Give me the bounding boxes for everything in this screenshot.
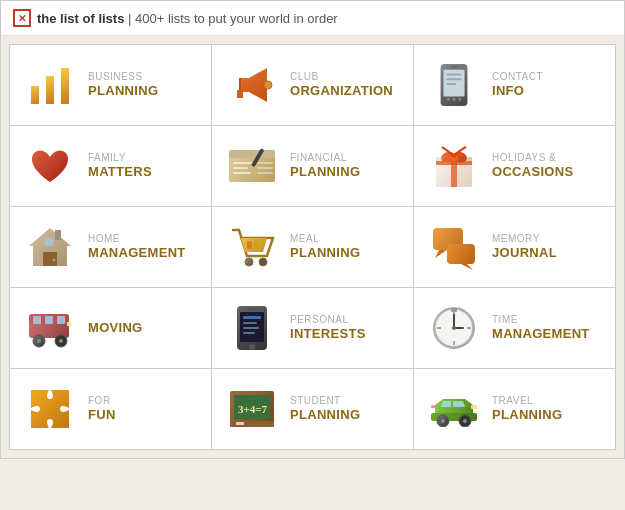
home-management-icon xyxy=(24,221,76,273)
svg-rect-40 xyxy=(55,230,61,240)
cell-memory-journal[interactable]: MEMORY JOURNAL xyxy=(414,207,615,287)
app-container: ✕ the list of lists | 400+ lists to put … xyxy=(0,0,625,459)
cell-club-organization[interactable]: CLUB ORGANIZATION xyxy=(212,45,413,125)
home-management-label: HOME MANAGEMENT xyxy=(88,233,186,261)
cell-personal-interests[interactable]: PERSONAL INTERESTS xyxy=(212,288,413,368)
svg-rect-17 xyxy=(446,74,461,76)
svg-rect-88 xyxy=(471,405,477,409)
header-title-main: the list of lists xyxy=(37,11,124,26)
svg-rect-63 xyxy=(243,322,257,324)
svg-point-15 xyxy=(458,98,461,101)
cell-time-management[interactable]: TIME MANAGEMENT xyxy=(414,288,615,368)
student-planning-icon: 3+4=7 xyxy=(226,383,278,435)
travel-planning-top: TRAVEL xyxy=(492,395,562,407)
for-fun-top: FOR xyxy=(88,395,116,407)
travel-planning-bottom: PLANNING xyxy=(492,407,562,423)
cell-financial-planning[interactable]: FINANCIAL PLANNING xyxy=(212,126,413,206)
svg-marker-46 xyxy=(435,250,447,258)
svg-marker-48 xyxy=(461,264,473,270)
holidays-occasions-bottom: OCCASIONS xyxy=(492,164,573,180)
club-organization-top: CLUB xyxy=(290,71,393,83)
svg-text:3+4=7: 3+4=7 xyxy=(238,403,268,415)
time-management-top: TIME xyxy=(492,314,590,326)
family-matters-label: FAMILY MATTERS xyxy=(88,152,152,180)
cell-contact-info[interactable]: CONTACT INFO xyxy=(414,45,615,125)
cell-business-planning[interactable]: BUSINESS PLANNING xyxy=(10,45,211,125)
contact-info-top: CONTACT xyxy=(492,71,543,83)
business-planning-icon xyxy=(24,59,76,111)
cell-student-planning[interactable]: 3+4=7 STUDENT PLANNING xyxy=(212,369,413,449)
personal-interests-label: PERSONAL INTERESTS xyxy=(290,314,366,342)
svg-point-58 xyxy=(59,339,63,343)
meal-planning-label: MEAL PLANNING xyxy=(290,233,360,261)
for-fun-bottom: FUN xyxy=(88,407,116,423)
svg-rect-32 xyxy=(436,161,472,165)
cell-travel-planning[interactable]: TRAVEL PLANNING xyxy=(414,369,615,449)
moving-bottom: MOVING xyxy=(88,320,143,336)
family-matters-bottom: MATTERS xyxy=(88,164,152,180)
svg-point-66 xyxy=(249,344,255,350)
svg-rect-65 xyxy=(243,332,255,334)
financial-planning-top: FINANCIAL xyxy=(290,152,360,164)
svg-point-14 xyxy=(453,98,456,101)
svg-rect-89 xyxy=(431,405,435,408)
svg-rect-52 xyxy=(45,316,53,324)
svg-rect-77 xyxy=(451,308,457,312)
cell-moving[interactable]: MOVING xyxy=(10,288,211,368)
holidays-occasions-top: HOLIDAYS & xyxy=(492,152,573,164)
header-title-sub: | 400+ lists to put your world in order xyxy=(124,11,337,26)
club-organization-label: CLUB ORGANIZATION xyxy=(290,71,393,99)
svg-rect-67 xyxy=(247,308,257,310)
svg-rect-6 xyxy=(61,68,69,104)
svg-rect-24 xyxy=(233,172,251,174)
holidays-occasions-label: HOLIDAYS & OCCASIONS xyxy=(492,152,573,180)
cell-family-matters[interactable]: FAMILY MATTERS xyxy=(10,126,211,206)
club-organization-icon xyxy=(226,59,278,111)
memory-journal-bottom: JOURNAL xyxy=(492,245,557,261)
business-planning-top: BUSINESS xyxy=(88,71,158,83)
student-planning-top: STUDENT xyxy=(290,395,360,407)
svg-point-87 xyxy=(463,419,467,423)
memory-journal-label: MEMORY JOURNAL xyxy=(492,233,557,261)
financial-planning-bottom: PLANNING xyxy=(290,164,360,180)
svg-point-86 xyxy=(441,419,445,423)
logo-icon: ✕ xyxy=(13,9,31,27)
holidays-occasions-icon xyxy=(428,140,480,192)
svg-rect-4 xyxy=(31,86,39,104)
moving-icon xyxy=(24,302,76,354)
svg-rect-9 xyxy=(237,90,243,98)
travel-planning-icon xyxy=(428,383,480,435)
svg-rect-18 xyxy=(446,78,461,80)
moving-label: MOVING xyxy=(88,320,143,336)
svg-rect-62 xyxy=(243,316,261,319)
svg-rect-82 xyxy=(236,422,244,425)
family-matters-top: FAMILY xyxy=(88,152,152,164)
svg-rect-44 xyxy=(254,240,259,249)
meal-planning-icon xyxy=(226,221,278,273)
cell-meal-planning[interactable]: MEAL PLANNING xyxy=(212,207,413,287)
time-management-bottom: MANAGEMENT xyxy=(492,326,590,342)
svg-point-10 xyxy=(264,81,272,89)
memory-journal-icon xyxy=(428,221,480,273)
svg-rect-16 xyxy=(450,66,458,68)
student-planning-bottom: PLANNING xyxy=(290,407,360,423)
svg-rect-47 xyxy=(447,244,475,264)
cell-holidays-occasions[interactable]: HOLIDAYS & OCCASIONS xyxy=(414,126,615,206)
svg-rect-64 xyxy=(243,327,259,329)
svg-rect-27 xyxy=(257,172,273,174)
home-management-bottom: MANAGEMENT xyxy=(88,245,186,261)
svg-rect-21 xyxy=(229,150,275,158)
svg-rect-59 xyxy=(67,322,71,326)
for-fun-icon xyxy=(24,383,76,435)
cell-for-fun[interactable]: FOR FUN xyxy=(10,369,211,449)
financial-planning-icon xyxy=(226,140,278,192)
svg-point-41 xyxy=(245,258,253,266)
cell-home-management[interactable]: HOME MANAGEMENT xyxy=(10,207,211,287)
svg-rect-25 xyxy=(257,162,273,164)
home-management-top: HOME xyxy=(88,233,186,245)
svg-rect-19 xyxy=(446,83,456,85)
contact-info-bottom: INFO xyxy=(492,83,543,99)
svg-rect-51 xyxy=(33,316,41,324)
club-organization-bottom: ORGANIZATION xyxy=(290,83,393,99)
personal-interests-top: PERSONAL xyxy=(290,314,366,326)
